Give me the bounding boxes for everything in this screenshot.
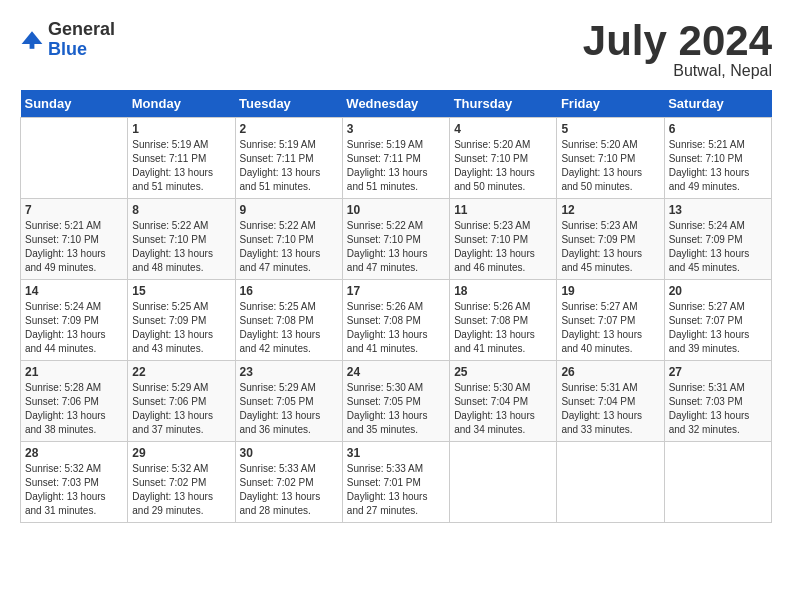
day-number: 2 [240, 122, 338, 136]
day-info: Sunrise: 5:23 AM Sunset: 7:09 PM Dayligh… [561, 219, 659, 275]
calendar-cell: 12Sunrise: 5:23 AM Sunset: 7:09 PM Dayli… [557, 199, 664, 280]
calendar-week-4: 21Sunrise: 5:28 AM Sunset: 7:06 PM Dayli… [21, 361, 772, 442]
day-number: 19 [561, 284, 659, 298]
calendar-cell: 19Sunrise: 5:27 AM Sunset: 7:07 PM Dayli… [557, 280, 664, 361]
calendar-cell: 1Sunrise: 5:19 AM Sunset: 7:11 PM Daylig… [128, 118, 235, 199]
calendar-cell: 29Sunrise: 5:32 AM Sunset: 7:02 PM Dayli… [128, 442, 235, 523]
calendar-cell [450, 442, 557, 523]
calendar-cell: 2Sunrise: 5:19 AM Sunset: 7:11 PM Daylig… [235, 118, 342, 199]
calendar-table: SundayMondayTuesdayWednesdayThursdayFrid… [20, 90, 772, 523]
day-info: Sunrise: 5:29 AM Sunset: 7:05 PM Dayligh… [240, 381, 338, 437]
calendar-cell: 21Sunrise: 5:28 AM Sunset: 7:06 PM Dayli… [21, 361, 128, 442]
day-number: 13 [669, 203, 767, 217]
day-number: 29 [132, 446, 230, 460]
day-number: 10 [347, 203, 445, 217]
weekday-header-friday: Friday [557, 90, 664, 118]
day-info: Sunrise: 5:26 AM Sunset: 7:08 PM Dayligh… [454, 300, 552, 356]
day-number: 18 [454, 284, 552, 298]
day-info: Sunrise: 5:20 AM Sunset: 7:10 PM Dayligh… [561, 138, 659, 194]
calendar-cell: 22Sunrise: 5:29 AM Sunset: 7:06 PM Dayli… [128, 361, 235, 442]
weekday-header-row: SundayMondayTuesdayWednesdayThursdayFrid… [21, 90, 772, 118]
day-info: Sunrise: 5:19 AM Sunset: 7:11 PM Dayligh… [347, 138, 445, 194]
day-number: 5 [561, 122, 659, 136]
calendar-cell: 26Sunrise: 5:31 AM Sunset: 7:04 PM Dayli… [557, 361, 664, 442]
day-number: 27 [669, 365, 767, 379]
day-info: Sunrise: 5:31 AM Sunset: 7:04 PM Dayligh… [561, 381, 659, 437]
day-info: Sunrise: 5:32 AM Sunset: 7:03 PM Dayligh… [25, 462, 123, 518]
calendar-week-5: 28Sunrise: 5:32 AM Sunset: 7:03 PM Dayli… [21, 442, 772, 523]
day-number: 16 [240, 284, 338, 298]
svg-marker-0 [22, 31, 43, 44]
calendar-cell: 18Sunrise: 5:26 AM Sunset: 7:08 PM Dayli… [450, 280, 557, 361]
weekday-header-thursday: Thursday [450, 90, 557, 118]
weekday-header-sunday: Sunday [21, 90, 128, 118]
calendar-cell: 20Sunrise: 5:27 AM Sunset: 7:07 PM Dayli… [664, 280, 771, 361]
calendar-cell [664, 442, 771, 523]
day-info: Sunrise: 5:21 AM Sunset: 7:10 PM Dayligh… [25, 219, 123, 275]
day-info: Sunrise: 5:22 AM Sunset: 7:10 PM Dayligh… [347, 219, 445, 275]
day-info: Sunrise: 5:32 AM Sunset: 7:02 PM Dayligh… [132, 462, 230, 518]
calendar-cell: 10Sunrise: 5:22 AM Sunset: 7:10 PM Dayli… [342, 199, 449, 280]
day-number: 3 [347, 122, 445, 136]
day-number: 14 [25, 284, 123, 298]
calendar-cell: 4Sunrise: 5:20 AM Sunset: 7:10 PM Daylig… [450, 118, 557, 199]
calendar-cell: 13Sunrise: 5:24 AM Sunset: 7:09 PM Dayli… [664, 199, 771, 280]
calendar-cell: 24Sunrise: 5:30 AM Sunset: 7:05 PM Dayli… [342, 361, 449, 442]
calendar-cell: 31Sunrise: 5:33 AM Sunset: 7:01 PM Dayli… [342, 442, 449, 523]
calendar-week-1: 1Sunrise: 5:19 AM Sunset: 7:11 PM Daylig… [21, 118, 772, 199]
day-number: 20 [669, 284, 767, 298]
calendar-cell: 28Sunrise: 5:32 AM Sunset: 7:03 PM Dayli… [21, 442, 128, 523]
day-info: Sunrise: 5:25 AM Sunset: 7:09 PM Dayligh… [132, 300, 230, 356]
calendar-cell: 27Sunrise: 5:31 AM Sunset: 7:03 PM Dayli… [664, 361, 771, 442]
calendar-cell: 25Sunrise: 5:30 AM Sunset: 7:04 PM Dayli… [450, 361, 557, 442]
day-info: Sunrise: 5:20 AM Sunset: 7:10 PM Dayligh… [454, 138, 552, 194]
day-number: 1 [132, 122, 230, 136]
calendar-cell: 6Sunrise: 5:21 AM Sunset: 7:10 PM Daylig… [664, 118, 771, 199]
calendar-week-2: 7Sunrise: 5:21 AM Sunset: 7:10 PM Daylig… [21, 199, 772, 280]
month-title: July 2024 [583, 20, 772, 62]
day-info: Sunrise: 5:19 AM Sunset: 7:11 PM Dayligh… [240, 138, 338, 194]
day-number: 23 [240, 365, 338, 379]
day-number: 4 [454, 122, 552, 136]
calendar-cell: 9Sunrise: 5:22 AM Sunset: 7:10 PM Daylig… [235, 199, 342, 280]
logo-icon [20, 28, 44, 52]
calendar-cell: 5Sunrise: 5:20 AM Sunset: 7:10 PM Daylig… [557, 118, 664, 199]
day-number: 6 [669, 122, 767, 136]
day-info: Sunrise: 5:24 AM Sunset: 7:09 PM Dayligh… [25, 300, 123, 356]
day-number: 9 [240, 203, 338, 217]
day-info: Sunrise: 5:27 AM Sunset: 7:07 PM Dayligh… [669, 300, 767, 356]
calendar-cell: 7Sunrise: 5:21 AM Sunset: 7:10 PM Daylig… [21, 199, 128, 280]
day-info: Sunrise: 5:27 AM Sunset: 7:07 PM Dayligh… [561, 300, 659, 356]
day-number: 11 [454, 203, 552, 217]
weekday-header-tuesday: Tuesday [235, 90, 342, 118]
day-number: 12 [561, 203, 659, 217]
day-info: Sunrise: 5:33 AM Sunset: 7:02 PM Dayligh… [240, 462, 338, 518]
svg-rect-1 [30, 42, 35, 48]
title-block: July 2024 Butwal, Nepal [583, 20, 772, 80]
day-number: 22 [132, 365, 230, 379]
day-info: Sunrise: 5:25 AM Sunset: 7:08 PM Dayligh… [240, 300, 338, 356]
page-header: General Blue July 2024 Butwal, Nepal [20, 20, 772, 80]
day-number: 7 [25, 203, 123, 217]
day-info: Sunrise: 5:19 AM Sunset: 7:11 PM Dayligh… [132, 138, 230, 194]
day-info: Sunrise: 5:22 AM Sunset: 7:10 PM Dayligh… [132, 219, 230, 275]
calendar-cell: 11Sunrise: 5:23 AM Sunset: 7:10 PM Dayli… [450, 199, 557, 280]
day-number: 15 [132, 284, 230, 298]
logo-general-text: General [48, 19, 115, 39]
weekday-header-saturday: Saturday [664, 90, 771, 118]
calendar-cell [557, 442, 664, 523]
calendar-cell: 14Sunrise: 5:24 AM Sunset: 7:09 PM Dayli… [21, 280, 128, 361]
day-info: Sunrise: 5:22 AM Sunset: 7:10 PM Dayligh… [240, 219, 338, 275]
calendar-cell: 3Sunrise: 5:19 AM Sunset: 7:11 PM Daylig… [342, 118, 449, 199]
calendar-cell: 15Sunrise: 5:25 AM Sunset: 7:09 PM Dayli… [128, 280, 235, 361]
day-info: Sunrise: 5:30 AM Sunset: 7:05 PM Dayligh… [347, 381, 445, 437]
day-info: Sunrise: 5:30 AM Sunset: 7:04 PM Dayligh… [454, 381, 552, 437]
day-info: Sunrise: 5:24 AM Sunset: 7:09 PM Dayligh… [669, 219, 767, 275]
day-info: Sunrise: 5:21 AM Sunset: 7:10 PM Dayligh… [669, 138, 767, 194]
calendar-week-3: 14Sunrise: 5:24 AM Sunset: 7:09 PM Dayli… [21, 280, 772, 361]
day-number: 17 [347, 284, 445, 298]
logo-blue-text: Blue [48, 39, 87, 59]
day-info: Sunrise: 5:29 AM Sunset: 7:06 PM Dayligh… [132, 381, 230, 437]
day-info: Sunrise: 5:33 AM Sunset: 7:01 PM Dayligh… [347, 462, 445, 518]
day-number: 25 [454, 365, 552, 379]
